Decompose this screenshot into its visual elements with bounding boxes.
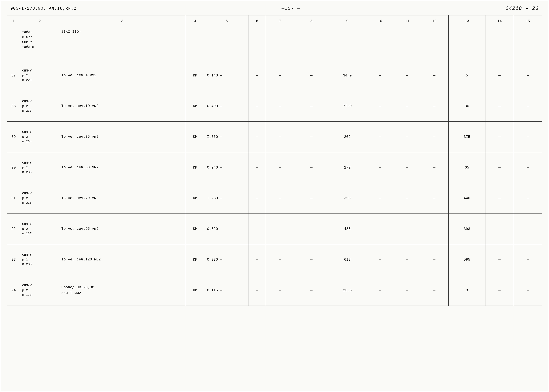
row-ref: СЦМ-У р.2 п.238 xyxy=(20,244,59,275)
row-col14: — xyxy=(486,275,514,306)
row-col5: I,560 — xyxy=(205,122,248,152)
row-unit: КМ xyxy=(185,183,205,214)
row-unit: КМ xyxy=(185,152,205,183)
row-col10: — xyxy=(366,60,394,91)
row-unit: КМ xyxy=(185,60,205,91)
table-row: 90СЦМ-У р.2 п.235То же, сеч.50 мм2КМ0,24… xyxy=(7,152,542,183)
row-col5: 0,490 — xyxy=(205,91,248,122)
row-unit: КМ xyxy=(185,244,205,275)
row-num: 88 xyxy=(7,91,20,122)
row-col7: — xyxy=(266,214,294,244)
page: 903-I-278.90. Ал.I8,кн.2 —I37 — 24218 - … xyxy=(0,0,549,392)
row-col7: — xyxy=(266,152,294,183)
row-col6: — xyxy=(248,152,266,183)
row-col14: — xyxy=(486,152,514,183)
row-col10: — xyxy=(366,275,394,306)
row-ref: СЦМ-У р.2 п.229 xyxy=(20,60,59,91)
col-header-8: 8 xyxy=(294,15,329,27)
row-col12: — xyxy=(420,60,448,91)
intro-col-9 xyxy=(329,27,366,60)
row-unit: КМ xyxy=(185,214,205,244)
col-header-9: 9 xyxy=(329,15,366,27)
row-col15: — xyxy=(514,152,542,183)
row-num: 89 xyxy=(7,122,20,152)
row-col9: 72,9 xyxy=(329,91,366,122)
row-col13: 595 xyxy=(448,244,486,275)
row-col13: 398 xyxy=(448,214,486,244)
table-row: 87СЦМ-У р.2 п.229То же, сеч.4 мм2КМ0,I40… xyxy=(7,60,542,91)
row-desc: То же, сеч.50 мм2 xyxy=(59,152,185,183)
intro-col-14 xyxy=(486,27,514,60)
col-header-2: 2 xyxy=(20,15,59,27)
row-col10: — xyxy=(366,152,394,183)
col-header-7: 7 xyxy=(266,15,294,27)
row-desc: То же, сеч.95 мм2 xyxy=(59,214,185,244)
row-desc: Провод ПВI-0,38 сеч.I мм2 xyxy=(59,275,185,306)
row-desc: То же, сеч.70 мм2 xyxy=(59,183,185,214)
row-col8: — xyxy=(294,214,329,244)
row-col15: — xyxy=(514,91,542,122)
row-num: 92 xyxy=(7,214,20,244)
table-row: 89СЦМ-У р.2 п.234То же, сеч.35 мм2КМI,56… xyxy=(7,122,542,152)
intro-col-5 xyxy=(205,27,248,60)
row-col13: 65 xyxy=(448,152,486,183)
intro-col-8 xyxy=(294,27,329,60)
row-col15: — xyxy=(514,183,542,214)
col-header-6: 6 xyxy=(248,15,266,27)
row-col14: — xyxy=(486,244,514,275)
row-col12: — xyxy=(420,122,448,152)
intro-col-12 xyxy=(420,27,448,60)
row-num: 90 xyxy=(7,152,20,183)
row-col15: — xyxy=(514,214,542,244)
row-col8: — xyxy=(294,122,329,152)
row-col5: 0,240 — xyxy=(205,152,248,183)
row-col13: 36 xyxy=(448,91,486,122)
col-header-14: 14 xyxy=(486,15,514,27)
row-col14: — xyxy=(486,122,514,152)
row-col9: 23,6 xyxy=(329,275,366,306)
row-col8: — xyxy=(294,183,329,214)
row-col5: 0,970 — xyxy=(205,244,248,275)
row-col14: — xyxy=(486,214,514,244)
intro-col-11 xyxy=(394,27,420,60)
row-num: 94 xyxy=(7,275,20,306)
row-col11: — xyxy=(394,60,420,91)
row-col12: — xyxy=(420,91,448,122)
row-col9: 202 xyxy=(329,122,366,152)
row-col6: — xyxy=(248,122,266,152)
row-col8: — xyxy=(294,91,329,122)
row-unit: КМ xyxy=(185,122,205,152)
intro-col-7 xyxy=(266,27,294,60)
row-ref: СЦМ-У р.2 п.234 xyxy=(20,122,59,152)
row-col8: — xyxy=(294,60,329,91)
row-col11: — xyxy=(394,214,420,244)
row-col10: — xyxy=(366,214,394,244)
row-col7: — xyxy=(266,183,294,214)
table-row: 9IСЦМ-У р.2 п.236То же, сеч.70 мм2КМI,23… xyxy=(7,183,542,214)
main-table: 1 2 3 4 5 6 7 8 9 10 11 12 13 14 15 табл… xyxy=(7,15,542,306)
row-ref: СЦМ-У р.2 п.236 xyxy=(20,183,59,214)
col-header-1: 1 xyxy=(7,15,20,27)
row-col5: 0,820 — xyxy=(205,214,248,244)
row-col7: — xyxy=(266,244,294,275)
row-col9: 34,9 xyxy=(329,60,366,91)
row-col15: — xyxy=(514,122,542,152)
row-col11: — xyxy=(394,183,420,214)
row-col7: — xyxy=(266,275,294,306)
table-row: 94СЦМ-У р.2 п.I78Провод ПВI-0,38 сеч.I м… xyxy=(7,275,542,306)
row-col12: — xyxy=(420,275,448,306)
row-col9: 358 xyxy=(329,183,366,214)
column-header-row: 1 2 3 4 5 6 7 8 9 10 11 12 13 14 15 xyxy=(7,15,542,27)
row-col7: — xyxy=(266,60,294,91)
col-header-10: 10 xyxy=(366,15,394,27)
row-desc: То же, сеч.35 мм2 xyxy=(59,122,185,152)
page-header: 903-I-278.90. Ал.I8,кн.2 —I37 — 24218 - … xyxy=(0,0,549,15)
row-col9: 6I3 xyxy=(329,244,366,275)
row-col5: 0,II5 — xyxy=(205,275,248,306)
row-col14: — xyxy=(486,60,514,91)
row-ref: СЦМ-У р.2 п.23I xyxy=(20,91,59,122)
intro-col3: 2IхI,IIб= xyxy=(59,27,185,60)
row-col14: — xyxy=(486,183,514,214)
row-col5: 0,I40 — xyxy=(205,60,248,91)
table-row: 88СЦМ-У р.2 п.23IТо же, сеч.IO мм2КМ0,49… xyxy=(7,91,542,122)
